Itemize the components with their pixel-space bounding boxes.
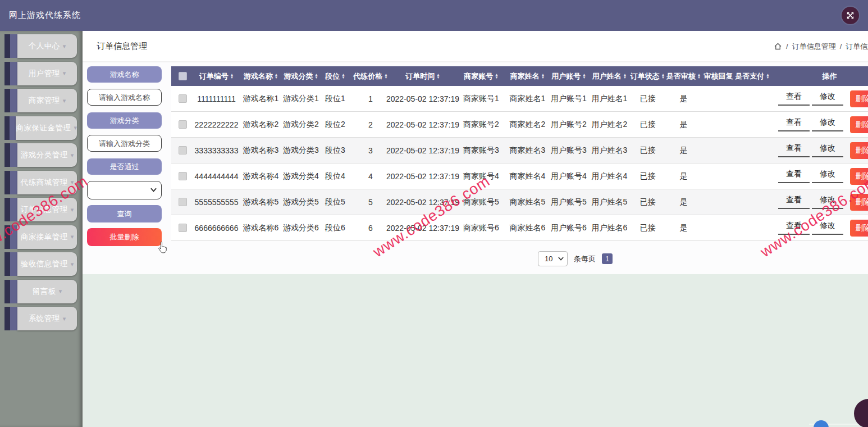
column-header-user_name[interactable]: 用户姓名▲▼ bbox=[590, 71, 629, 81]
cell-rank: 段位3 bbox=[319, 146, 351, 156]
row-checkbox[interactable] bbox=[179, 120, 187, 129]
cell-merchant_account: 商家账号1 bbox=[455, 94, 507, 104]
sidebar-item[interactable]: 商家接单管理 ▾ bbox=[4, 225, 77, 249]
edit-link[interactable]: 修改 bbox=[812, 92, 843, 106]
cell-user_name: 用户姓名6 bbox=[590, 223, 629, 233]
column-header-game_name[interactable]: 游戏名称▲▼ bbox=[239, 71, 282, 81]
delete-button[interactable]: 删除 bbox=[850, 194, 868, 211]
sidebar-item-label: 个人中心 bbox=[29, 41, 60, 51]
sort-icon: ▲▼ bbox=[341, 74, 345, 79]
sidebar-item[interactable]: 个人中心 ▾ bbox=[4, 34, 77, 58]
cell-game_name: 游戏名称5 bbox=[239, 197, 282, 207]
delete-button[interactable]: 删除 bbox=[850, 116, 868, 133]
sort-icon: ▲▼ bbox=[275, 74, 278, 79]
edit-link[interactable]: 修改 bbox=[812, 143, 843, 157]
view-link[interactable]: 查看 bbox=[778, 143, 810, 157]
cell-order_time: 2022-05-02 12:37:19 bbox=[390, 94, 455, 103]
sidebar-item[interactable]: 订单信息管理 ▾ bbox=[4, 198, 77, 221]
fullscreen-button[interactable] bbox=[842, 7, 859, 24]
cell-order_time: 2022-05-02 12:37:19 bbox=[390, 146, 455, 155]
home-icon[interactable] bbox=[774, 42, 782, 51]
delete-button[interactable]: 删除 bbox=[850, 142, 868, 159]
view-link[interactable]: 查看 bbox=[778, 221, 810, 235]
row-checkbox[interactable] bbox=[179, 146, 187, 155]
sidebar-item[interactable]: 用户管理 ▾ bbox=[4, 62, 77, 85]
column-header-order_time[interactable]: 订单时间▲▼ bbox=[390, 71, 455, 81]
row-actions: 查看 修改 删除 bbox=[769, 142, 868, 159]
sidebar-stripe bbox=[4, 34, 10, 58]
edit-link[interactable]: 修改 bbox=[812, 195, 843, 209]
query-button[interactable]: 查询 bbox=[87, 205, 162, 222]
cell-game_category: 游戏分类3 bbox=[282, 146, 319, 156]
row-checkbox[interactable] bbox=[179, 172, 187, 180]
cell-game_name: 游戏名称2 bbox=[239, 120, 282, 130]
edit-link[interactable]: 修改 bbox=[812, 169, 843, 183]
column-header-audited[interactable]: 是否审核▲▼ bbox=[666, 71, 701, 81]
column-header-actions: 操作 bbox=[769, 71, 868, 81]
sidebar-stripe bbox=[10, 280, 17, 303]
app-title: 网上游戏代练系统 bbox=[9, 10, 81, 21]
select-all-checkbox[interactable] bbox=[179, 72, 187, 80]
pass-select[interactable] bbox=[87, 181, 162, 199]
column-header-user_account[interactable]: 用户账号▲▼ bbox=[548, 71, 590, 81]
view-link[interactable]: 查看 bbox=[778, 169, 810, 183]
sidebar-item-label: 系统管理 bbox=[29, 314, 60, 324]
sidebar-item[interactable]: 验收信息管理 ▾ bbox=[4, 252, 77, 276]
column-header-game_category[interactable]: 游戏分类▲▼ bbox=[282, 71, 319, 81]
edit-link[interactable]: 修改 bbox=[812, 117, 843, 131]
pagination: 10 条每页 1 bbox=[538, 251, 613, 266]
game-name-input[interactable] bbox=[87, 89, 162, 106]
sort-icon: ▲▼ bbox=[541, 74, 545, 79]
delete-button[interactable]: 删除 bbox=[850, 90, 868, 107]
delete-button[interactable]: 删除 bbox=[850, 168, 868, 185]
row-checkbox[interactable] bbox=[179, 198, 187, 206]
sort-icon: ▲▼ bbox=[582, 74, 586, 79]
sidebar-item[interactable]: 留言板 ▾ bbox=[4, 280, 77, 303]
view-link[interactable]: 查看 bbox=[778, 195, 810, 209]
cell-merchant_name: 商家姓名1 bbox=[507, 94, 548, 104]
page-size-select[interactable]: 10 bbox=[538, 251, 568, 266]
row-checkbox-cell bbox=[171, 120, 194, 129]
breadcrumb-item[interactable]: 订单信息管理 bbox=[792, 42, 836, 52]
cell-order_no: 1111111111 bbox=[194, 94, 239, 103]
cell-price: 6 bbox=[351, 224, 390, 233]
cell-game_category: 游戏分类5 bbox=[282, 197, 319, 207]
sidebar-item[interactable]: 代练商城管理 ▾ bbox=[4, 171, 77, 194]
game-category-input[interactable] bbox=[87, 135, 162, 152]
row-checkbox-cell bbox=[171, 94, 194, 103]
sort-icon: ▲▼ bbox=[697, 74, 701, 79]
row-checkbox[interactable] bbox=[179, 94, 187, 103]
table-row: 3333333333游戏名称3游戏分类3段位332022-05-02 12:37… bbox=[171, 138, 868, 163]
column-header-rank[interactable]: 段位▲▼ bbox=[319, 71, 351, 81]
sidebar-stripe bbox=[10, 171, 17, 194]
current-page-button[interactable]: 1 bbox=[602, 253, 613, 264]
sidebar-item[interactable]: 商家保证金管理 ▾ bbox=[4, 116, 77, 140]
sidebar-item[interactable]: 游戏分类管理 ▾ bbox=[4, 143, 77, 167]
column-header-price[interactable]: 代练价格▲▼ bbox=[351, 71, 390, 81]
table-row: 4444444444游戏名称4游戏分类4段位442022-05-02 12:37… bbox=[171, 163, 868, 189]
view-link[interactable]: 查看 bbox=[778, 117, 810, 131]
batch-delete-button[interactable]: 批量删除 bbox=[87, 228, 162, 246]
column-header-merchant_account[interactable]: 商家账号▲▼ bbox=[455, 71, 507, 81]
cell-audited: 是 bbox=[666, 197, 701, 207]
column-header-merchant_name[interactable]: 商家姓名▲▼ bbox=[507, 71, 548, 81]
breadcrumb-item[interactable]: 订单信息列表 bbox=[846, 42, 868, 52]
sidebar-item[interactable]: 商家管理 ▾ bbox=[4, 89, 77, 112]
column-header-paid[interactable]: 是否支付▲▼ bbox=[735, 71, 769, 81]
edit-link[interactable]: 修改 bbox=[812, 221, 843, 235]
cell-merchant_account: 商家账号5 bbox=[455, 197, 507, 207]
chevron-down-icon: ▾ bbox=[71, 234, 74, 240]
delete-button[interactable]: 删除 bbox=[850, 220, 868, 237]
row-checkbox[interactable] bbox=[179, 224, 187, 232]
view-link[interactable]: 查看 bbox=[778, 92, 810, 106]
sidebar-stripe bbox=[10, 225, 17, 249]
cell-order_no: 3333333333 bbox=[194, 146, 239, 155]
chevron-down-icon: ▾ bbox=[71, 152, 74, 158]
orders-table: 订单编号▲▼游戏名称▲▼游戏分类▲▼段位▲▼代练价格▲▼订单时间▲▼商家账号▲▼… bbox=[171, 66, 868, 241]
column-header-order_status[interactable]: 订单状态▲▼ bbox=[629, 71, 666, 81]
row-checkbox-cell bbox=[171, 224, 194, 232]
column-header-order_no[interactable]: 订单编号▲▼ bbox=[194, 71, 239, 81]
sidebar-stripe bbox=[4, 225, 10, 249]
per-page-label: 条每页 bbox=[574, 254, 596, 264]
sidebar-item[interactable]: 系统管理 ▾ bbox=[4, 307, 77, 330]
